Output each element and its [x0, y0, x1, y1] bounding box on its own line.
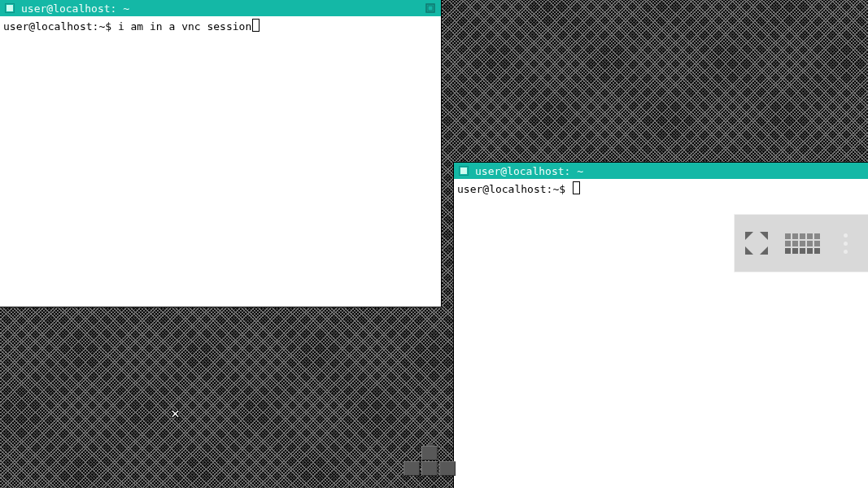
system-menu-icon[interactable]: [5, 3, 15, 13]
vnc-toolbar[interactable]: [735, 215, 868, 272]
menu-button[interactable]: [831, 228, 861, 259]
text-cursor-icon: [252, 19, 260, 32]
titlebar[interactable]: user@localhost: ~: [0, 0, 441, 16]
desktop-root[interactable]: user@localhost: ~ user@localhost:~$ i am…: [0, 0, 868, 488]
window-title: user@localhost: ~: [21, 2, 129, 15]
terminal-window-2[interactable]: user@localhost: ~ user@localhost:~$: [454, 163, 868, 488]
terminal-input-text: i am in a vnc session: [118, 20, 251, 33]
keyboard-icon: [785, 233, 818, 254]
window-title: user@localhost: ~: [475, 165, 583, 177]
maximize-icon[interactable]: [425, 2, 436, 14]
menu-dots-icon: [844, 233, 848, 254]
terminal-window-1[interactable]: user@localhost: ~ user@localhost:~$ i am…: [0, 0, 441, 307]
keyboard-button[interactable]: [786, 228, 817, 259]
fullscreen-icon: [745, 232, 768, 255]
terminal-body[interactable]: user@localhost:~$ i am in a vnc session: [0, 16, 441, 36]
terminal-body[interactable]: user@localhost:~$: [454, 179, 868, 198]
titlebar[interactable]: user@localhost: ~: [454, 163, 868, 179]
terminal-prompt: user@localhost:~$: [3, 20, 118, 33]
pointer-cursor-icon: ✕: [171, 404, 180, 421]
text-cursor-icon: [573, 181, 580, 194]
system-menu-icon[interactable]: [459, 166, 469, 176]
fullscreen-button[interactable]: [741, 228, 772, 259]
svg-rect-1: [428, 6, 433, 11]
terminal-prompt: user@localhost:~$: [457, 183, 572, 195]
